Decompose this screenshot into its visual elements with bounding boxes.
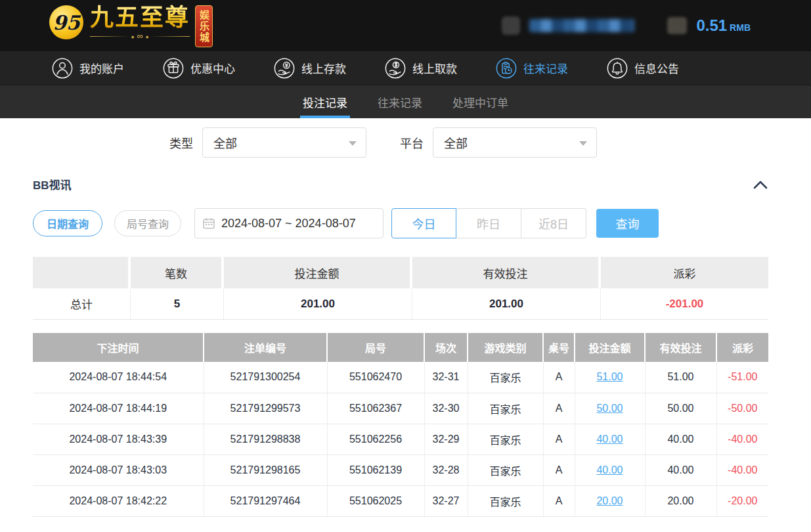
brand-badge: 娱乐城 [195, 5, 213, 47]
last-8-days-button[interactable]: 近8日 [521, 208, 586, 238]
cell-game-type: 百家乐 [468, 424, 543, 454]
col-order-id: 注单编号 [204, 333, 327, 362]
bet-amount-link[interactable]: 51.00 [596, 371, 623, 382]
summary-bet-amount: 201.00 [224, 288, 412, 320]
bet-amount-link[interactable]: 40.00 [596, 433, 623, 445]
nav-item-deposit[interactable]: 线上存款 [273, 57, 346, 79]
cell-payout: -40.00 [716, 454, 768, 485]
cell-bet-amount: 40.00 [575, 424, 645, 454]
cell-order-id: 521791297464 [204, 485, 327, 516]
cell-round-no: 551062367 [327, 393, 424, 424]
cell-round-no: 551062470 [327, 362, 424, 393]
bet-amount-link[interactable]: 40.00 [596, 464, 623, 476]
col-session: 场次 [424, 333, 468, 362]
brand-logo[interactable]: 95 九五至尊 ◆ ∞ ◆ 娱乐城 [49, 4, 213, 47]
summary-valid-bet: 201.00 [412, 288, 601, 320]
cell-session: 32-30 [424, 393, 468, 424]
tab-pending-orders[interactable]: 处理中订单 [451, 85, 510, 118]
date-range-input[interactable]: 2024-08-07 ~ 2024-08-07 [194, 208, 384, 238]
cell-order-id: 521791300254 [204, 362, 327, 393]
yesterday-button[interactable]: 昨日 [456, 208, 521, 238]
bet-amount-link[interactable]: 50.00 [596, 403, 623, 414]
today-button[interactable]: 今日 [391, 208, 456, 238]
nav-item-my-account[interactable]: 我的账户 [51, 57, 124, 79]
collapse-section-button[interactable] [753, 180, 768, 189]
cell-session: 32-27 [424, 485, 468, 516]
nav-item-announcements[interactable]: 信息公告 [606, 57, 679, 79]
cell-bet-amount: 51.00 [575, 362, 645, 393]
bet-amount-link[interactable]: 20.00 [596, 495, 623, 506]
balance-amount: 0.51 [696, 16, 727, 34]
cell-round-no: 551062025 [327, 485, 424, 516]
balance-currency: RMB [730, 22, 751, 33]
section-title: BB视讯 [33, 176, 72, 192]
tab-transaction-records[interactable]: 往来记录 [376, 85, 424, 118]
section-header: BB视讯 [0, 176, 811, 192]
col-valid-bet: 有效投注 [645, 333, 716, 362]
cell-round-no: 551062139 [327, 454, 424, 485]
cell-game-type: 百家乐 [468, 485, 543, 516]
summary-payout: -201.00 [601, 288, 768, 320]
cell-valid-bet: 20.00 [645, 485, 716, 516]
chevron-up-icon [753, 180, 768, 189]
round-query-button[interactable]: 局号查询 [114, 210, 181, 236]
nav-item-promotions[interactable]: 优惠中心 [162, 57, 235, 79]
query-toolbar: 日期查询 局号查询 2024-08-07 ~ 2024-08-07 今日 昨日 … [0, 208, 811, 238]
table-row: 2024-08-07 18:44:54 521791300254 5510624… [33, 362, 768, 393]
table-row: 2024-08-07 18:43:39 521791298838 5510622… [33, 424, 768, 454]
nav-item-records[interactable]: 往来记录 [495, 57, 568, 79]
cell-payout: -51.00 [716, 362, 768, 393]
nav-item-withdraw[interactable]: 线上取款 [384, 57, 457, 79]
summary-count: 5 [131, 288, 224, 320]
records-icon [495, 57, 517, 79]
cell-bet-amount: 40.00 [575, 454, 645, 485]
summary-header-bet-amount: 投注金额 [224, 257, 412, 288]
cell-valid-bet: 40.00 [645, 424, 716, 454]
records-header-row: 下注时间 注单编号 局号 场次 游戏类别 桌号 投注金额 有效投注 派彩 [33, 333, 768, 362]
withdraw-icon [384, 57, 406, 79]
summary-header-valid-bet: 有效投注 [412, 257, 601, 288]
user-avatar-icon[interactable] [502, 16, 520, 35]
chevron-down-icon [579, 141, 587, 146]
cell-bet-time: 2024-08-07 18:43:39 [33, 424, 204, 454]
search-button[interactable]: 查询 [596, 209, 659, 238]
bet-records-table: 下注时间 注单编号 局号 场次 游戏类别 桌号 投注金额 有效投注 派彩 202… [33, 333, 768, 517]
cell-valid-bet: 51.00 [645, 362, 716, 393]
cell-game-type: 百家乐 [468, 454, 543, 485]
summary-header-blank [33, 257, 131, 288]
type-select[interactable]: 全部 [202, 127, 366, 158]
cell-table-no: A [543, 393, 575, 424]
logo-95-icon: 95 [49, 5, 83, 39]
table-row: 2024-08-07 18:43:03 521791298165 5510621… [33, 454, 768, 485]
cell-game-type: 百家乐 [468, 362, 543, 393]
cell-order-id: 521791299573 [204, 393, 327, 424]
cell-session: 32-28 [424, 454, 468, 485]
cell-bet-time: 2024-08-07 18:42:22 [33, 485, 204, 516]
bell-icon [606, 57, 628, 79]
col-payout: 派彩 [716, 333, 768, 362]
username-redacted [529, 19, 634, 32]
tab-bet-records[interactable]: 投注记录 [301, 85, 349, 118]
cell-round-no: 551062256 [327, 424, 424, 454]
col-table-no: 桌号 [543, 333, 575, 362]
platform-select[interactable]: 全部 [433, 127, 597, 158]
date-range-value: 2024-08-07 ~ 2024-08-07 [221, 217, 356, 231]
logo-number: 95 [53, 11, 80, 34]
top-header: 95 九五至尊 ◆ ∞ ◆ 娱乐城 0.51RMB [0, 0, 811, 51]
summary-header-row: 笔数 投注金额 有效投注 派彩 [33, 257, 768, 288]
table-row: 2024-08-07 18:42:22 521791297464 5510620… [33, 485, 768, 516]
cell-session: 32-31 [424, 362, 468, 393]
date-query-button[interactable]: 日期查询 [33, 210, 102, 236]
cell-bet-time: 2024-08-07 18:44:19 [33, 393, 204, 424]
gift-icon [162, 57, 185, 79]
summary-header-payout: 派彩 [601, 257, 768, 288]
cell-bet-time: 2024-08-07 18:44:54 [33, 362, 204, 393]
user-icon [51, 57, 74, 79]
table-row: 2024-08-07 18:44:19 521791299573 5510623… [33, 393, 768, 424]
col-round-no: 局号 [327, 333, 424, 362]
flourish-ornament-icon: ◆ ∞ ◆ [90, 33, 190, 39]
summary-table: 笔数 投注金额 有效投注 派彩 总计 5 201.00 201.00 -201.… [33, 257, 768, 320]
wallet-icon[interactable] [667, 17, 687, 34]
cell-bet-amount: 20.00 [575, 485, 645, 516]
cell-payout: -20.00 [716, 485, 768, 516]
